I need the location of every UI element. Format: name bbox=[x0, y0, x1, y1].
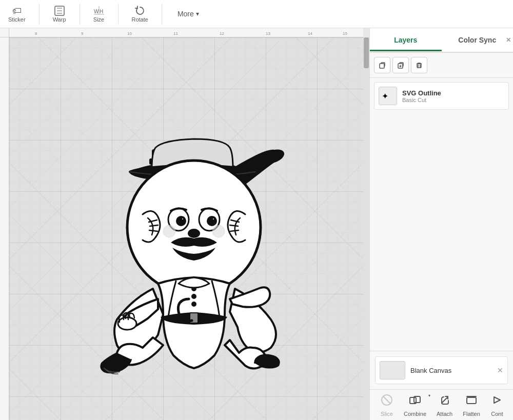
rotate-tool[interactable]: Rotate bbox=[129, 3, 151, 25]
top-toolbar: 🏷 Sticker Warp WH Size Rotate More bbox=[0, 0, 513, 28]
bottom-toolbar: Slice Combine ▾ Attach Flatten bbox=[370, 389, 513, 420]
ruler-mark-13: 13 bbox=[266, 31, 270, 36]
svg-point-11 bbox=[181, 217, 184, 221]
rotate-label: Rotate bbox=[132, 16, 148, 23]
rotate-icon bbox=[134, 5, 146, 16]
layer-thumbnail: ✦ bbox=[379, 87, 397, 105]
layer-info: SVG Outline Basic Cut bbox=[402, 89, 441, 103]
flatten-button[interactable]: Flatten bbox=[458, 391, 485, 419]
ruler-horizontal: 8 9 10 11 12 13 14 15 bbox=[9, 28, 363, 37]
layer-actions-bar bbox=[370, 53, 513, 78]
slice-label: Slice bbox=[381, 411, 393, 417]
separator-4 bbox=[162, 4, 162, 24]
ruler-mark-11: 11 bbox=[173, 31, 178, 36]
blank-canvas-item[interactable]: Blank Canvas ✕ bbox=[375, 356, 508, 384]
ruler-mark-12: 12 bbox=[220, 31, 224, 36]
vertical-scrollbar[interactable] bbox=[363, 37, 369, 420]
svg-text:W: W bbox=[94, 9, 99, 14]
attach-icon bbox=[438, 393, 451, 410]
attach-label: Attach bbox=[437, 411, 452, 417]
layer-type: Basic Cut bbox=[402, 97, 441, 103]
tab-layers[interactable]: Layers bbox=[370, 30, 442, 50]
sticker-icon: 🏷 bbox=[12, 6, 22, 16]
separator-3 bbox=[118, 4, 119, 24]
contour-label: Cont bbox=[491, 411, 503, 417]
attach-button[interactable]: Attach bbox=[431, 391, 458, 419]
right-panel: Layers Color Sync ✕ ✦ bbox=[369, 28, 513, 420]
ruler-corner bbox=[0, 28, 9, 37]
baseball-character bbox=[40, 84, 307, 391]
separator-1 bbox=[39, 4, 40, 24]
ruler-mark-14: 14 bbox=[308, 31, 312, 36]
svg-text:✦: ✦ bbox=[382, 92, 388, 101]
svg-text:H: H bbox=[100, 9, 103, 14]
warp-tool[interactable]: Warp bbox=[50, 3, 69, 25]
svg-point-15 bbox=[212, 225, 225, 237]
canvas-grid[interactable] bbox=[9, 37, 363, 420]
svg-point-18 bbox=[192, 295, 195, 298]
svg-point-6 bbox=[127, 161, 261, 294]
combine-icon bbox=[408, 393, 422, 410]
blank-canvas-label: Blank Canvas bbox=[410, 367, 451, 374]
svg-point-19 bbox=[192, 303, 195, 306]
size-icon: WH bbox=[93, 5, 105, 16]
svg-point-20 bbox=[118, 317, 136, 330]
combine-label: Combine bbox=[404, 411, 426, 417]
contour-icon bbox=[490, 393, 504, 410]
contour-button[interactable]: Cont bbox=[485, 391, 509, 419]
svg-point-12 bbox=[212, 217, 215, 221]
svg-point-13 bbox=[189, 230, 199, 237]
slice-button[interactable]: Slice bbox=[375, 391, 399, 419]
flatten-icon bbox=[465, 393, 478, 410]
ruler-mark-8: 8 bbox=[35, 31, 37, 36]
blank-canvas-thumbnail bbox=[380, 361, 405, 379]
svg-line-26 bbox=[383, 396, 390, 404]
tab-color-sync[interactable]: Color Sync ✕ bbox=[442, 30, 514, 50]
combine-button[interactable]: Combine ▾ bbox=[399, 391, 431, 419]
svg-rect-21 bbox=[380, 64, 384, 68]
ruler-mark-15: 15 bbox=[343, 31, 347, 36]
svg-point-14 bbox=[163, 225, 175, 237]
duplicate-layer-button[interactable] bbox=[374, 57, 390, 73]
color-sync-tab-label: Color Sync bbox=[458, 36, 496, 44]
blank-canvas-close-icon[interactable]: ✕ bbox=[497, 366, 503, 374]
panel-tabs: Layers Color Sync ✕ bbox=[370, 28, 513, 53]
ruler-mark-9: 9 bbox=[81, 31, 83, 36]
warp-label: Warp bbox=[53, 16, 66, 23]
sticker-label: Sticker bbox=[8, 16, 26, 23]
separator-2 bbox=[80, 4, 80, 24]
delete-layer-button[interactable] bbox=[411, 57, 427, 73]
add-layer-button[interactable] bbox=[392, 57, 409, 73]
scrollbar-thumb[interactable] bbox=[364, 37, 369, 68]
color-sync-close-icon[interactable]: ✕ bbox=[506, 36, 511, 44]
more-button[interactable]: More bbox=[172, 7, 204, 21]
size-tool[interactable]: WH Size bbox=[90, 3, 108, 25]
svg-rect-23 bbox=[417, 64, 421, 68]
layers-tab-label: Layers bbox=[394, 36, 417, 44]
list-item[interactable]: ✦ SVG Outline Basic Cut bbox=[374, 82, 509, 110]
blank-canvas-section: Blank Canvas ✕ bbox=[370, 351, 513, 389]
combine-arrow-icon: ▾ bbox=[428, 393, 430, 398]
sticker-tool[interactable]: 🏷 Sticker bbox=[5, 4, 29, 25]
ruler-vertical bbox=[0, 37, 9, 420]
slice-icon bbox=[380, 393, 393, 410]
canvas-area[interactable]: 8 9 10 11 12 13 14 15 bbox=[0, 28, 369, 420]
size-label: Size bbox=[93, 16, 104, 23]
svg-rect-29 bbox=[467, 397, 476, 404]
more-label: More bbox=[177, 10, 194, 18]
layer-name: SVG Outline bbox=[402, 89, 441, 97]
flatten-label: Flatten bbox=[463, 411, 480, 417]
warp-icon bbox=[54, 5, 65, 16]
layer-list: ✦ SVG Outline Basic Cut bbox=[370, 78, 513, 351]
main-area: 8 9 10 11 12 13 14 15 bbox=[0, 28, 513, 420]
ruler-mark-10: 10 bbox=[127, 31, 132, 36]
